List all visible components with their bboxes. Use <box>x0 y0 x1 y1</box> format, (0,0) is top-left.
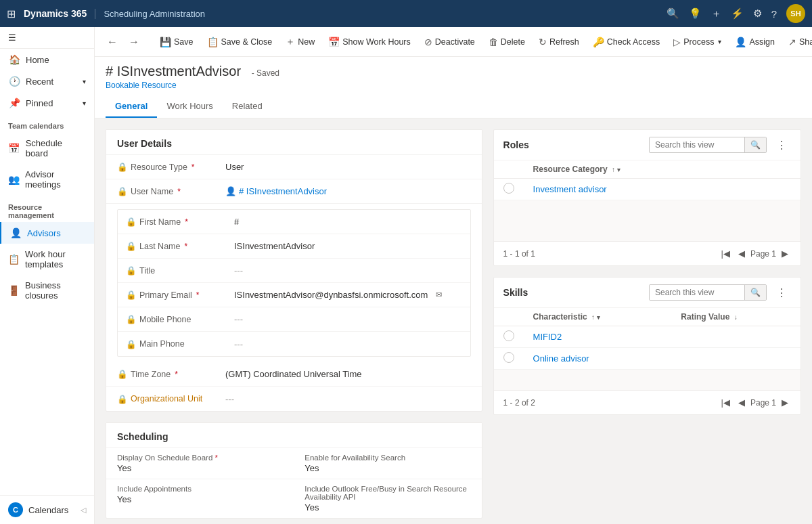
avatar[interactable]: SH <box>786 4 805 23</box>
roles-first-page-button[interactable]: |◀ <box>719 247 733 260</box>
scheduling-card: Scheduling Display On Schedule Board * Y… <box>106 422 482 519</box>
sidebar-item-recent[interactable]: 🕐 Recent ▾ <box>0 70 94 92</box>
skills-search-button[interactable]: 🔍 <box>744 285 766 300</box>
table-row: Investment advisor <box>494 179 800 200</box>
row-checkbox[interactable] <box>503 330 514 341</box>
row-checkbox[interactable] <box>503 183 514 194</box>
main-layout: ☰ 🏠 Home 🕐 Recent ▾ 📌 Pinned ▾ Team cale… <box>0 27 812 524</box>
title-label: 🔒 Title <box>126 265 234 276</box>
tab-general[interactable]: General <box>106 95 157 118</box>
roles-more-options[interactable]: ⋮ <box>772 137 791 153</box>
sidebar-item-pinned[interactable]: 📌 Pinned ▾ <box>0 92 94 114</box>
include-appointments-value: Yes <box>117 494 283 504</box>
skills-characteristic-col[interactable]: Characteristic ↑ ▾ <box>524 308 672 326</box>
lock-icon: 🔒 <box>117 186 128 196</box>
process-button[interactable]: ▷ Process <box>668 32 727 51</box>
roles-page-label: Page 1 <box>750 249 776 259</box>
new-button[interactable]: ＋ New <box>280 32 320 52</box>
tab-work-hours[interactable]: Work Hours <box>157 95 222 118</box>
user-details-body: 🔒 Resource Type * User 🔒 User Name <box>106 155 482 411</box>
user-icon: 👤 <box>225 186 236 196</box>
closures-icon: 🚪 <box>8 285 20 296</box>
sidebar-bottom-calendars[interactable]: C Calendars ◁ <box>0 496 94 524</box>
role-name-cell[interactable]: Investment advisor <box>524 179 800 200</box>
search-icon[interactable]: 🔍 <box>667 7 679 20</box>
resource-management-section: Resource management <box>0 195 94 222</box>
roles-search-input[interactable] <box>650 137 744 152</box>
skills-more-options[interactable]: ⋮ <box>772 285 791 301</box>
save-close-button[interactable]: 📋 Save & Close <box>202 32 278 51</box>
email-compose-icon[interactable]: ✉ <box>436 290 442 299</box>
first-name-label: 🔒 First Name * <box>126 217 234 227</box>
show-work-hours-button[interactable]: 📅 Show Work Hours <box>323 32 416 51</box>
sidebar-bottom-label: Calendars <box>28 505 68 515</box>
skills-panel-header: Skills 🔍 ⋮ <box>494 278 800 308</box>
display-schedule-cell: Display On Schedule Board * Yes <box>106 448 294 479</box>
roles-pagination: 1 - 1 of 1 |◀ ◀ Page 1 ▶ <box>494 241 800 265</box>
sidebar-item-label: Business closures <box>25 280 86 301</box>
user-name-value[interactable]: 👤 # ISInvestmentAdvisor <box>225 186 471 196</box>
forward-button[interactable]: → <box>125 33 143 51</box>
check-access-icon: 🔑 <box>593 37 604 47</box>
sidebar-item-label: Advisor meetings <box>25 169 86 190</box>
lightbulb-icon[interactable]: 💡 <box>689 7 702 20</box>
roles-prev-page-button[interactable]: ◀ <box>736 247 748 260</box>
plus-icon[interactable]: ＋ <box>711 7 721 20</box>
roles-check-col <box>494 160 524 179</box>
back-button[interactable]: ← <box>103 33 122 51</box>
help-icon[interactable]: ? <box>771 8 777 20</box>
skills-search-input[interactable] <box>650 285 744 300</box>
sidebar-item-advisor-meetings[interactable]: 👥 Advisor meetings <box>0 164 94 195</box>
row-checkbox[interactable] <box>503 352 514 363</box>
time-zone-value: (GMT) Coordinated Universal Time <box>225 369 471 379</box>
bookable-resource-link[interactable]: Bookable Resource <box>106 81 801 90</box>
settings-icon[interactable]: ⚙ <box>753 7 762 20</box>
skill-name-cell[interactable]: MIFID2 <box>524 326 672 348</box>
enable-availability-cell: Enable for Availability Search Yes <box>294 448 481 479</box>
process-icon: ▷ <box>673 37 681 47</box>
tab-related[interactable]: Related <box>223 95 272 118</box>
filter-icon[interactable]: ⚡ <box>731 7 744 20</box>
sort-icon: ↑ <box>612 166 615 173</box>
save-button[interactable]: 💾 Save <box>154 32 199 51</box>
deactivate-button[interactable]: ⊘ Deactivate <box>419 32 480 51</box>
sidebar-item-home[interactable]: 🏠 Home <box>0 49 94 70</box>
roles-next-page-button[interactable]: ▶ <box>779 247 791 260</box>
check-access-button[interactable]: 🔑 Check Access <box>587 32 666 51</box>
page-title: # ISInvestmentAdvisor - Saved <box>106 64 279 79</box>
skills-search[interactable]: 🔍 <box>649 284 767 301</box>
refresh-button[interactable]: ↻ Refresh <box>533 32 585 51</box>
sidebar-item-business-closures[interactable]: 🚪 Business closures <box>0 275 94 306</box>
display-schedule-value: Yes <box>117 463 283 473</box>
sidebar-toggle[interactable]: ☰ <box>0 27 94 49</box>
app-grid-icon[interactable]: ⊞ <box>7 7 16 20</box>
roles-resource-category-col[interactable]: Resource Category ↑ ▾ <box>524 160 800 179</box>
sidebar-item-schedule-board[interactable]: 📅 Schedule board <box>0 133 94 164</box>
saved-indicator: - Saved <box>252 68 279 78</box>
skill-name-cell[interactable]: Online advisor <box>524 348 672 370</box>
share-button[interactable]: ↗ Share <box>783 32 812 51</box>
skills-table-header-row: Characteristic ↑ ▾ Rating Value ↓ <box>494 308 800 326</box>
pin-icon: 📌 <box>8 97 20 108</box>
skills-table: Characteristic ↑ ▾ Rating Value ↓ <box>494 308 800 370</box>
skills-rating-col[interactable]: Rating Value ↓ <box>671 308 800 326</box>
page-title-text: # ISInvestmentAdvisor <box>106 64 241 79</box>
lock-icon: 🔒 <box>126 290 137 300</box>
skills-prev-page-button[interactable]: ◀ <box>736 396 748 409</box>
roles-search[interactable]: 🔍 <box>649 137 767 153</box>
skills-next-page-button[interactable]: ▶ <box>779 396 791 409</box>
roles-search-button[interactable]: 🔍 <box>744 137 766 152</box>
module-name: Scheduling Administration <box>95 9 205 19</box>
assign-button[interactable]: 👤 Assign <box>729 32 780 51</box>
delete-button[interactable]: 🗑 Delete <box>483 32 531 51</box>
mobile-phone-row: 🔒 Mobile Phone --- <box>118 307 470 332</box>
sidebar-item-work-hour-templates[interactable]: 📋 Work hour templates <box>0 244 94 275</box>
time-zone-row: 🔒 Time Zone * (GMT) Coordinated Universa… <box>106 362 482 387</box>
refresh-icon: ↻ <box>539 37 547 47</box>
sidebar-item-advisors[interactable]: 👤 Advisors <box>0 222 94 244</box>
time-zone-label: 🔒 Time Zone * <box>117 369 225 379</box>
left-panel: User Details 🔒 Resource Type * User <box>106 129 482 513</box>
app-name: Dynamics 365 <box>24 8 87 19</box>
row-checkbox-cell <box>494 179 524 200</box>
skills-first-page-button[interactable]: |◀ <box>719 396 733 409</box>
